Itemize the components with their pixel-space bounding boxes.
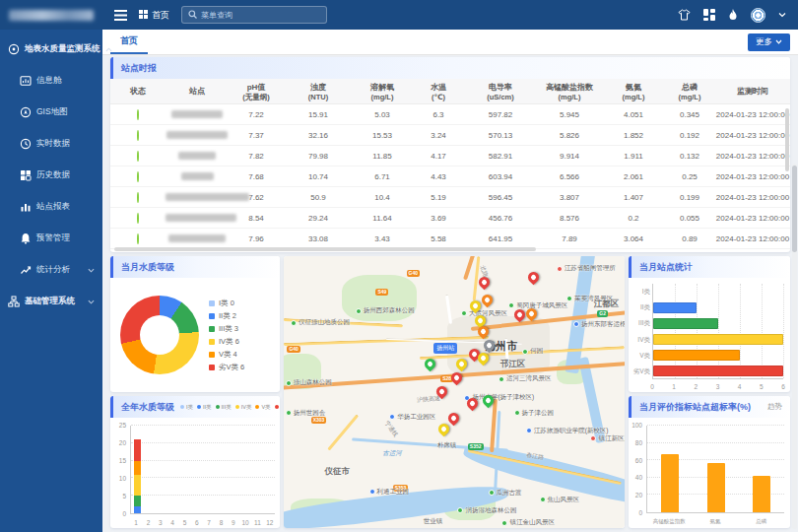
- sidebar-group-1[interactable]: 基础管理系统: [0, 286, 102, 317]
- breadcrumb[interactable]: 首页: [139, 9, 169, 22]
- x-tick-label: 12: [266, 519, 273, 526]
- h-bar[interactable]: [653, 350, 740, 361]
- sidebar-item-站点报表[interactable]: 站点报表: [0, 191, 102, 223]
- y-tick-label: 15: [112, 457, 126, 464]
- time-cell: 2024-01-23 12:00:00: [715, 193, 790, 202]
- poi-label: 世业镇: [424, 517, 443, 526]
- value-cell: 33.08: [284, 234, 353, 243]
- h-bar[interactable]: [653, 366, 783, 376]
- value-cell: 4.17: [412, 152, 465, 161]
- value-cell: 6.71: [353, 172, 412, 181]
- column-header: 溶解氧(mg/L): [353, 82, 412, 101]
- x-tick-label: 5: [760, 383, 764, 390]
- table-row: 7.3732.1615.533.24570.135.8261.8520.1922…: [110, 125, 790, 146]
- value-cell: 7.96: [229, 234, 284, 243]
- station-cell: [166, 193, 229, 202]
- page-scrollbar[interactable]: [792, 164, 797, 529]
- y-tick-label: 80: [629, 439, 642, 446]
- gridline: [675, 284, 676, 378]
- status-ok-dot: [137, 130, 139, 141]
- search-placeholder: 菜单查询: [201, 10, 233, 21]
- search-icon: [188, 10, 197, 21]
- sidebar-item-历史数据[interactable]: 历史数据: [0, 160, 102, 191]
- x-tick-label: 1: [672, 383, 676, 390]
- monthly-station-chart: 0123456I类II类III类IV类V类劣V类: [629, 278, 790, 392]
- sidebar-item-统计分析[interactable]: 统计分析: [0, 254, 102, 286]
- stats-icon: [20, 264, 32, 276]
- time-cell: 2024-01-23 12:00:00: [715, 110, 790, 119]
- road: [445, 294, 453, 323]
- table-row: 7.2215.915.036.3597.825.9454.0510.345202…: [110, 104, 790, 125]
- value-cell: 603.94: [465, 172, 536, 181]
- h-bar[interactable]: [653, 302, 697, 313]
- value-cell: 4.051: [603, 110, 664, 119]
- bar-slot: [227, 426, 238, 513]
- y-tick-label: 0: [629, 509, 642, 516]
- h-bar[interactable]: [653, 334, 783, 345]
- value-cell: 7.68: [229, 172, 284, 181]
- time-cell: 2024-01-23 12:00:00: [715, 234, 790, 243]
- time-cell: 2024-01-23 12:00:00: [715, 172, 790, 181]
- chevron-down-icon[interactable]: [778, 12, 786, 18]
- value-cell: 582.91: [465, 152, 536, 161]
- station-table: 状态站点pH值(无量纲)浊度(NTU)溶解氧(mg/L)水温(℃)电导率(uS/…: [110, 79, 790, 249]
- value-cell: 6.566: [536, 172, 603, 181]
- sidebar-item-信息舱[interactable]: 信息舱: [0, 65, 102, 97]
- legend-item: IV类 6: [209, 337, 244, 347]
- legend-item: II类: [197, 404, 212, 411]
- search-input[interactable]: 菜单查询: [181, 6, 327, 24]
- table-vertical-scrollbar[interactable]: [785, 108, 789, 171]
- trend-link[interactable]: 趋势: [767, 402, 782, 412]
- v-bar[interactable]: [707, 463, 725, 512]
- value-cell: 597.82: [465, 110, 536, 119]
- v-bar[interactable]: [753, 476, 770, 512]
- map-canvas[interactable]: G40S49G40S28G2S352S353X303扬州西郊森林公园仪征捺山地质…: [284, 256, 625, 528]
- bar-segment: [134, 475, 141, 496]
- value-cell: 8.54: [229, 214, 284, 223]
- h-bar[interactable]: [653, 318, 718, 329]
- sidebar-item-预警管理[interactable]: 预警管理: [0, 223, 102, 254]
- bar-slot: [251, 426, 263, 513]
- map-icon: [20, 106, 32, 118]
- user-avatar[interactable]: [751, 8, 765, 23]
- column-header: 站点: [166, 86, 229, 97]
- status-ok-dot: [137, 151, 139, 162]
- app-window: 地表水质量监测系统信息舱GIS地图实时数据历史数据站点报表预警管理统计分析基础管…: [0, 0, 798, 532]
- sidebar-item-实时数据[interactable]: 实时数据: [0, 128, 102, 160]
- value-cell: 0.132: [664, 152, 715, 161]
- gridline: [647, 442, 784, 443]
- sidebar-item-GIS地图[interactable]: GIS地图: [0, 97, 102, 128]
- table-horizontal-scrollbar[interactable]: [114, 247, 536, 251]
- status-cell: [110, 131, 166, 140]
- category-label: 氨氮: [710, 518, 721, 525]
- value-cell: 50.9: [284, 193, 353, 202]
- bar-slot: [203, 426, 215, 513]
- status-cell: [110, 234, 166, 243]
- hamburger-menu-icon[interactable]: [114, 10, 127, 21]
- x-tick-label: 10: [241, 519, 248, 526]
- flame-icon[interactable]: [728, 9, 738, 21]
- column-header: 监测时间: [715, 86, 790, 97]
- column-header: 总磷(mg/L): [664, 82, 715, 101]
- more-button[interactable]: 更多: [748, 33, 790, 51]
- theme-skin-icon[interactable]: [678, 9, 691, 21]
- value-cell: 9.914: [536, 152, 603, 161]
- value-cell: 8.576: [536, 214, 603, 223]
- value-cell: 456.76: [465, 214, 536, 223]
- alert-icon: [20, 233, 32, 244]
- column-header: 氨氮(mg/L): [603, 82, 664, 101]
- x-tick-label: 3: [716, 383, 720, 390]
- gridline: [718, 284, 719, 378]
- y-tick-label: 40: [629, 474, 642, 481]
- topbar-actions: [678, 8, 786, 23]
- category-label: 高锰酸盐指数: [653, 518, 686, 525]
- stacked-bar[interactable]: [134, 426, 141, 513]
- v-bar[interactable]: [661, 454, 679, 512]
- tab-home[interactable]: 首页: [110, 30, 148, 54]
- sidebar-group-0[interactable]: 地表水质量监测系统: [0, 33, 102, 65]
- water-label: 古运河: [382, 449, 402, 458]
- x-tick-label: 7: [207, 519, 211, 526]
- panel-title-exceed-rate: 当月评价指标站点超标率(%): [639, 401, 751, 414]
- dashboard-content: 站点时报 状态站点pH值(无量纲)浊度(NTU)溶解氧(mg/L)水温(℃)电导…: [102, 55, 798, 532]
- layout-icon[interactable]: [703, 9, 715, 21]
